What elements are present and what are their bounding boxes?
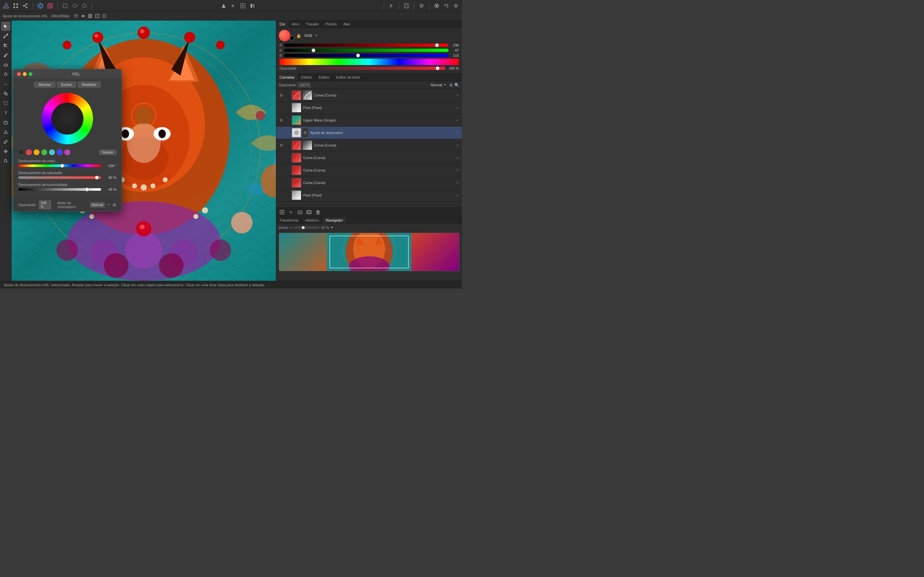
flip-icon[interactable]	[249, 2, 256, 9]
expand-all-icon[interactable]	[279, 209, 285, 215]
layer-expand-3[interactable]	[286, 118, 290, 122]
layer-item-uppermane[interactable]: Upper Mane (Grupo) ✓	[276, 114, 462, 127]
layer-item-curva-1[interactable]: Curva (Curva) ✓	[276, 89, 462, 102]
layer-visibility-8[interactable]	[279, 180, 284, 185]
hsl-select-button[interactable]: Seletor	[99, 149, 116, 155]
vector-tool[interactable]	[1, 127, 10, 137]
layer-check-5[interactable]: ✓	[456, 143, 459, 147]
pointer-tool[interactable]	[1, 22, 10, 31]
ellipse-select-icon[interactable]	[71, 2, 78, 9]
color-picker-tool[interactable]	[1, 137, 10, 146]
layer-expand-8[interactable]	[286, 181, 290, 185]
layer-check-7[interactable]: ✓	[456, 168, 459, 172]
crop-tool[interactable]	[1, 41, 10, 50]
layer-check-4[interactable]: ✓	[456, 131, 459, 135]
brushes-tab[interactable]: Pincéis	[322, 21, 340, 27]
styles-tab[interactable]: Estilos	[316, 74, 333, 81]
hsl-minimize-button[interactable]	[23, 72, 27, 76]
color-tab[interactable]: Cor	[276, 21, 289, 27]
hsl-mesclar-button[interactable]: Mesclar	[34, 81, 55, 88]
zoom-slider[interactable]	[294, 226, 320, 229]
add-layer-icon[interactable]	[297, 209, 303, 215]
delete-layer-icon[interactable]	[315, 209, 321, 215]
stroke-tab[interactable]: Traçado	[302, 21, 322, 27]
opacity-slider[interactable]	[298, 67, 445, 70]
grid2-icon[interactable]	[239, 2, 246, 9]
display-mode-icon[interactable]	[73, 13, 79, 19]
paint-brush-tool[interactable]	[1, 51, 10, 60]
layer-check-8[interactable]: ✓	[456, 181, 459, 185]
layer-item-curva-4[interactable]: Curva (Curva) ✓	[276, 164, 462, 177]
layer-check-2[interactable]: ✓	[456, 105, 459, 110]
node-tool[interactable]	[1, 31, 10, 40]
layer-expand-9[interactable]	[286, 193, 290, 197]
color-gradient-bar[interactable]	[279, 59, 459, 65]
preset-cyan[interactable]	[49, 149, 55, 155]
grid-icon[interactable]	[12, 2, 19, 9]
hsl-settings-icon[interactable]: ⚙	[113, 203, 116, 207]
layer-expand-4[interactable]	[286, 131, 290, 135]
selection-tool[interactable]	[1, 99, 10, 108]
layer-visibility-2[interactable]	[279, 105, 284, 110]
preset-purple[interactable]	[65, 149, 70, 155]
layer-visibility-9[interactable]	[279, 193, 284, 198]
layers-gear-icon[interactable]: ⚙	[449, 83, 453, 87]
fx-icon[interactable]: fx	[288, 209, 294, 215]
rect-select-icon[interactable]	[61, 2, 69, 9]
fill-tool[interactable]: T	[1, 108, 10, 117]
layer-check-1[interactable]: ✓	[456, 93, 459, 97]
zoom-dropdown-arrow[interactable]	[330, 226, 334, 229]
hsl-redefinir-button[interactable]: Redefinir	[78, 81, 101, 88]
b-slider[interactable]	[284, 54, 449, 57]
settings-icon[interactable]	[452, 2, 459, 9]
assistant-icon[interactable]	[433, 2, 440, 9]
color-wheel[interactable]	[42, 93, 93, 144]
view-mode-icon[interactable]	[80, 13, 86, 19]
zoom-tool[interactable]	[1, 156, 10, 165]
text-styles-tab[interactable]: Estilos de texto	[333, 74, 363, 81]
preset-yellow[interactable]	[34, 149, 39, 155]
appearance-tab[interactable]: Apa	[341, 21, 354, 27]
lightness-slider[interactable]	[18, 188, 101, 191]
zoom-minus-icon[interactable]: −	[290, 225, 292, 230]
layer-visibility-3[interactable]	[279, 118, 284, 123]
preset-blue[interactable]	[57, 149, 63, 155]
blend-mode-arrow[interactable]	[107, 203, 110, 206]
layer-item-curva-5[interactable]: Curva (Curva) ✓	[276, 177, 462, 189]
layers-opacity-value[interactable]: 100 %	[298, 82, 311, 87]
hsl-close-button[interactable]	[17, 72, 21, 76]
freehand-select-icon[interactable]	[81, 2, 88, 9]
blur-sharpen-tool[interactable]	[1, 79, 10, 89]
shape-tool[interactable]	[1, 118, 10, 127]
triangle-icon[interactable]	[220, 2, 227, 9]
layer-check-6[interactable]: ✓	[456, 155, 459, 160]
arrow-left-icon[interactable]	[230, 2, 237, 9]
preset-all[interactable]	[18, 149, 24, 155]
color-swap-button[interactable]	[290, 36, 294, 40]
layer-visibility-1[interactable]	[279, 93, 284, 98]
text-icon[interactable]: F	[388, 2, 395, 9]
hsl-maximize-button[interactable]	[29, 72, 32, 76]
saturation-slider[interactable]	[18, 176, 101, 179]
erase-tool[interactable]	[1, 60, 10, 69]
layer-item-pixel-2[interactable]: Pixel (Pixel) ✓	[276, 189, 462, 201]
hsl-blend-value[interactable]: Normal	[90, 202, 105, 207]
photo-persona-icon[interactable]	[37, 2, 44, 9]
history-icon[interactable]	[443, 2, 450, 9]
layer-expand-1[interactable]	[286, 93, 290, 97]
layers-filter-icon[interactable]: 🔍	[454, 83, 459, 87]
move-tool[interactable]	[1, 147, 10, 156]
navigator-thumbnail[interactable]	[279, 233, 459, 271]
hsl-opacity-value[interactable]: 100 %	[39, 200, 51, 210]
layer-expand-6[interactable]	[286, 156, 290, 160]
view-options-icon[interactable]	[403, 2, 410, 9]
preset-red[interactable]	[26, 149, 32, 155]
brush-picker-icon[interactable]	[418, 2, 425, 9]
g-slider[interactable]	[284, 49, 449, 52]
pixel-persona-icon[interactable]	[47, 2, 53, 9]
blend-dropdown-arrow[interactable]	[443, 83, 447, 87]
transform-tab[interactable]: Transformar	[276, 217, 302, 223]
hue-slider[interactable]	[18, 164, 101, 167]
color-model-dropdown-arrow[interactable]	[315, 34, 318, 37]
layer-visibility-5[interactable]	[279, 143, 284, 148]
